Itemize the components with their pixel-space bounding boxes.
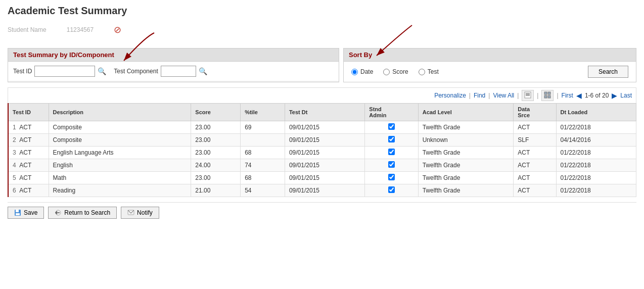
test-component-label: Test Component	[114, 68, 158, 75]
col-header-pctile: %tile	[241, 104, 285, 121]
grid-view-icon-btn[interactable]	[541, 90, 554, 101]
return-to-search-label: Return to Search	[64, 209, 110, 216]
table-row: 1 ACT Composite 23.00 69 09/01/2015 Twel…	[8, 121, 636, 134]
cell-stnd-admin	[365, 172, 418, 184]
personalize-link[interactable]: Personalize	[434, 92, 466, 99]
student-info-row: Student Name 11234567 ⊘	[8, 22, 636, 38]
svg-rect-7	[548, 92, 550, 94]
cell-testdt: 09/01/2015	[285, 147, 364, 159]
prev-page-btn[interactable]: ◀	[576, 91, 582, 100]
return-to-search-button[interactable]: Return to Search	[48, 207, 117, 219]
col-header-score: Score	[191, 104, 241, 121]
cell-dt-loaded: 01/22/2018	[556, 172, 636, 184]
col-header-stnd-admin: StndAdmin	[365, 104, 418, 121]
blocked-icon: ⊘	[114, 24, 121, 35]
row-num: 1	[13, 124, 16, 131]
cell-pctile: 68	[241, 147, 285, 159]
cell-stnd-admin	[365, 184, 418, 197]
sort-score-label: Score	[392, 68, 408, 75]
cell-testdt: 09/01/2015	[285, 121, 364, 134]
cell-pctile: 54	[241, 184, 285, 197]
svg-rect-9	[548, 95, 550, 98]
svg-rect-12	[16, 213, 20, 215]
cell-testid: 4 ACT	[8, 159, 49, 172]
col-header-acad-level: Acad Level	[418, 104, 514, 121]
cell-dt-loaded: 04/14/2016	[556, 134, 636, 147]
sort-by-panel: Sort By Date Score Test Search	[343, 48, 636, 82]
test-component-search-icon[interactable]: 🔍	[199, 67, 207, 75]
cell-data-srce: ACT	[514, 147, 556, 159]
stnd-admin-checkbox[interactable]	[388, 136, 395, 142]
test-component-group: Test Component 🔍	[114, 66, 207, 77]
cell-stnd-admin	[365, 147, 418, 159]
next-page-btn[interactable]: ▶	[612, 91, 617, 100]
cell-description: English	[49, 159, 191, 172]
svg-rect-2	[525, 92, 531, 98]
export-icon-btn[interactable]	[522, 90, 534, 101]
row-num: 5	[13, 174, 16, 181]
cell-data-srce: ACT	[514, 121, 556, 134]
sep2: |	[488, 92, 490, 99]
notify-label: Notify	[137, 209, 153, 216]
sort-date-label: Date	[360, 68, 373, 75]
cell-dt-loaded: 01/22/2018	[556, 147, 636, 159]
cell-stnd-admin	[365, 159, 418, 172]
stnd-admin-checkbox[interactable]	[388, 174, 395, 180]
student-name: Student Name	[8, 26, 47, 33]
cell-testdt: 09/01/2015	[285, 172, 364, 184]
cell-stnd-admin	[365, 121, 418, 134]
sort-test-group: Test	[419, 68, 439, 75]
return-icon	[55, 209, 62, 216]
stnd-admin-checkbox[interactable]	[388, 149, 395, 155]
col-header-dt-loaded: Dt Loaded	[556, 104, 636, 121]
cell-testdt: 09/01/2015	[285, 134, 364, 147]
svg-rect-11	[16, 210, 19, 212]
cell-dt-loaded: 01/22/2018	[556, 121, 636, 134]
cell-score: 23.00	[191, 147, 241, 159]
row-num: 3	[13, 149, 16, 156]
sep1: |	[469, 92, 471, 99]
svg-rect-8	[544, 95, 547, 98]
save-button[interactable]: Save	[8, 207, 44, 219]
table-header-row: Test ID Description Score %tile Test Dt …	[8, 104, 636, 121]
cell-dt-loaded: 01/22/2018	[556, 184, 636, 197]
sort-score-radio[interactable]	[383, 69, 390, 75]
test-id-value: ACT	[19, 149, 31, 156]
sort-by-panel-body: Date Score Test Search	[344, 62, 636, 82]
sort-test-radio[interactable]	[419, 69, 425, 75]
cell-description: Composite	[49, 134, 191, 147]
cell-acad-level: Twelfth Grade	[418, 184, 514, 197]
find-link[interactable]: Find	[474, 92, 485, 99]
search-button[interactable]: Search	[588, 66, 628, 78]
save-label: Save	[24, 209, 37, 216]
table-row: 6 ACT Reading 21.00 54 09/01/2015 Twelft…	[8, 184, 636, 197]
test-id-search-icon[interactable]: 🔍	[98, 67, 106, 75]
stnd-admin-checkbox[interactable]	[388, 161, 395, 168]
test-id-value: ACT	[19, 187, 31, 194]
test-id-input[interactable]	[34, 66, 95, 77]
test-id-value: ACT	[19, 124, 31, 131]
cell-dt-loaded: 01/22/2018	[556, 159, 636, 172]
sort-date-radio[interactable]	[351, 69, 358, 75]
cell-description: English Language Arts	[49, 147, 191, 159]
row-num: 2	[13, 136, 16, 143]
sort-test-label: Test	[428, 68, 439, 75]
table-row: 2 ACT Composite 23.00 09/01/2015 Unknown…	[8, 134, 636, 147]
view-all-link[interactable]: View All	[493, 92, 514, 99]
col-header-testid: Test ID	[8, 104, 49, 121]
stnd-admin-checkbox[interactable]	[388, 123, 395, 130]
cell-data-srce: SLF	[514, 134, 556, 147]
data-grid: Personalize | Find | View All | | | Firs…	[8, 87, 636, 197]
cell-score: 21.00	[191, 184, 241, 197]
cell-score: 23.00	[191, 134, 241, 147]
stnd-admin-checkbox[interactable]	[388, 186, 395, 193]
grid-toolbar: Personalize | Find | View All | | | Firs…	[8, 87, 636, 103]
cell-description: Math	[49, 172, 191, 184]
test-component-input[interactable]	[161, 66, 196, 77]
cell-pctile: 69	[241, 121, 285, 134]
notify-button[interactable]: Notify	[121, 207, 159, 219]
cell-pctile: 74	[241, 159, 285, 172]
cell-data-srce: ACT	[514, 172, 556, 184]
cell-testid: 6 ACT	[8, 184, 49, 197]
cell-acad-level: Twelfth Grade	[418, 172, 514, 184]
